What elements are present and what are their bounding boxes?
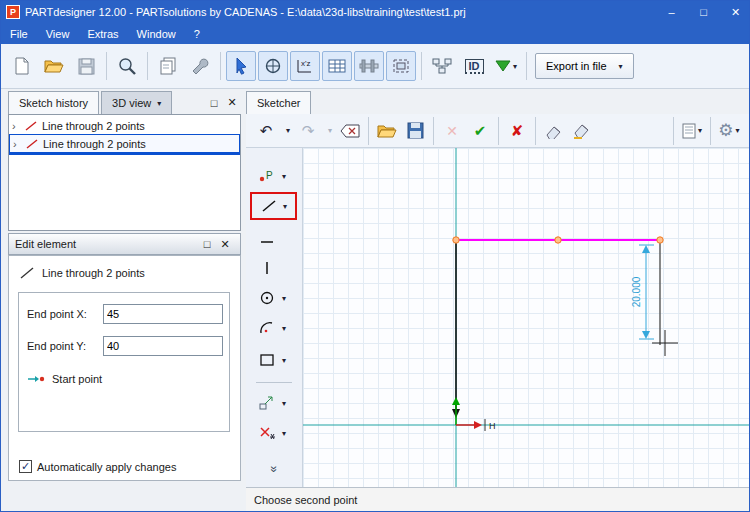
menu-file[interactable]: File — [1, 23, 37, 44]
undo-button[interactable]: ↶ — [254, 118, 278, 144]
delete-last-button[interactable] — [338, 118, 362, 144]
auto-apply-row[interactable]: ✓ Automatically apply changes — [19, 460, 176, 473]
close-button[interactable]: ✕ — [722, 1, 749, 23]
tab-3d-view[interactable]: 3D view ▾ — [101, 91, 172, 114]
edit-panel-float-button[interactable]: □ — [198, 233, 216, 256]
grid-icon — [328, 58, 346, 74]
start-point-row[interactable]: Start point — [27, 373, 102, 385]
color-mode-button[interactable]: ▾ — [491, 51, 521, 81]
sketch-canvas[interactable]: 20.000 H — [303, 148, 749, 487]
rectangle-tool-dropdown[interactable]: ▾ — [282, 348, 294, 372]
history-item[interactable]: › Line through 2 points — [9, 117, 240, 134]
edit-panel-header: Edit element □ ✕ — [8, 233, 241, 255]
history-panel-float-button[interactable]: □ — [205, 91, 223, 114]
delete-point-tool-dropdown[interactable]: ▾ — [282, 421, 294, 445]
edit-panel-close-button[interactable]: ✕ — [216, 233, 234, 256]
grid-table-button[interactable] — [322, 51, 352, 81]
zoom-button[interactable] — [112, 51, 142, 81]
dimension-text: 20.000 — [631, 276, 642, 307]
backspace-icon — [340, 124, 360, 138]
eraser-pencil-icon — [573, 123, 591, 139]
erase-button[interactable] — [542, 118, 566, 144]
open-button[interactable] — [39, 51, 69, 81]
maximize-button[interactable]: □ — [690, 1, 717, 23]
tools-button[interactable] — [185, 51, 215, 81]
minimize-button[interactable]: – — [658, 1, 685, 23]
close-sketch-button[interactable]: ✘ — [505, 118, 529, 144]
redo-dropdown[interactable]: ▾ — [324, 118, 334, 144]
line-tool-dropdown[interactable]: ▾ — [283, 202, 287, 211]
circle-tool-dropdown[interactable]: ▾ — [282, 286, 294, 310]
expander-icon[interactable]: › — [13, 138, 21, 150]
horizontal-line-tool-button[interactable] — [254, 230, 280, 254]
chevron-down-icon[interactable]: ▾ — [157, 99, 161, 108]
arc-tool-button[interactable] — [254, 316, 280, 340]
history-item-selected[interactable]: › Line through 2 points — [9, 134, 240, 155]
link-structure-button[interactable] — [427, 51, 457, 81]
measure-button[interactable] — [354, 51, 384, 81]
toolbar-separator — [106, 52, 107, 80]
id-button[interactable]: ID — [459, 51, 489, 81]
redo-icon: ↷ — [302, 122, 315, 140]
toolbar-separator — [526, 52, 527, 80]
line-tool-button[interactable]: ▾ — [250, 192, 297, 220]
app-icon: P — [6, 5, 20, 19]
window-title: PARTdesigner 12.00 - PARTsolutions by CA… — [25, 6, 653, 18]
tab-sketcher[interactable]: Sketcher — [246, 91, 311, 114]
arc-tool-dropdown[interactable]: ▾ — [282, 316, 294, 340]
menu-view[interactable]: View — [37, 23, 79, 44]
settings-button[interactable]: ⚙ ▾ — [717, 118, 741, 144]
coordinate-system-button[interactable]: x'z — [290, 51, 320, 81]
redo-button[interactable]: ↷ — [296, 118, 320, 144]
circle-tool-button[interactable] — [254, 286, 280, 310]
erase-element-button[interactable] — [570, 118, 594, 144]
save-floppy-icon — [407, 122, 424, 139]
transform-tool-button[interactable] — [254, 391, 280, 415]
chevron-down-icon: ▾ — [698, 126, 702, 135]
rectangle-tool-button[interactable] — [254, 348, 280, 372]
vertical-line-tool-button[interactable] — [254, 256, 280, 280]
frame-button[interactable] — [386, 51, 416, 81]
transform-icon — [258, 395, 276, 411]
menu-window[interactable]: Window — [128, 23, 185, 44]
select-mode-button[interactable] — [226, 51, 256, 81]
arc-icon — [258, 320, 276, 336]
point-tool-button[interactable]: P — [254, 164, 280, 188]
sketch-point-mid[interactable] — [555, 237, 561, 243]
endpoint-y-input[interactable] — [103, 336, 223, 356]
sketch-point-start[interactable] — [453, 237, 459, 243]
more-tools-button[interactable]: » — [246, 462, 303, 476]
dimension-annotation[interactable]: 20.000 — [631, 245, 654, 339]
page-options-button[interactable]: ▾ — [680, 118, 704, 144]
apply-button[interactable]: ✔ — [468, 118, 492, 144]
expander-icon[interactable]: › — [12, 120, 20, 132]
chevron-down-icon[interactable]: ▾ — [513, 62, 517, 71]
menu-extras[interactable]: Extras — [78, 23, 127, 44]
sketcher-toolbar: ↶ ▾ ↷ ▾ ✕ ✔ ✘ ▾ ⚙ — [246, 114, 749, 148]
load-sketch-button[interactable] — [375, 118, 399, 144]
svg-text:P: P — [266, 170, 273, 181]
endpoint-x-label: End point X: — [27, 308, 87, 320]
auto-apply-checkbox[interactable]: ✓ — [19, 460, 32, 473]
delete-point-tool-button[interactable] — [254, 421, 280, 445]
save-sketch-button[interactable] — [403, 118, 427, 144]
sketch-point-end[interactable] — [657, 237, 663, 243]
export-in-file-button[interactable]: Export in file ▾ — [535, 53, 634, 79]
cursor-crosshair — [652, 330, 678, 356]
endpoint-y-label: End point Y: — [27, 340, 86, 352]
tab-sketch-history[interactable]: Sketch history — [8, 91, 99, 114]
new-button[interactable] — [7, 51, 37, 81]
point-tool-dropdown[interactable]: ▾ — [282, 164, 294, 188]
sketch-mode-button[interactable] — [258, 51, 288, 81]
eraser-icon — [545, 123, 563, 139]
views-button[interactable] — [153, 51, 183, 81]
element-type-row: Line through 2 points — [19, 266, 145, 280]
history-panel-close-button[interactable]: ✕ — [223, 91, 241, 114]
endpoint-x-input[interactable] — [103, 304, 223, 324]
tab-sketcher-label: Sketcher — [257, 97, 300, 109]
menu-help[interactable]: ? — [185, 23, 209, 44]
transform-tool-dropdown[interactable]: ▾ — [282, 391, 294, 415]
toolbar-separator — [535, 117, 536, 145]
save-button[interactable] — [71, 51, 101, 81]
undo-dropdown[interactable]: ▾ — [282, 118, 292, 144]
